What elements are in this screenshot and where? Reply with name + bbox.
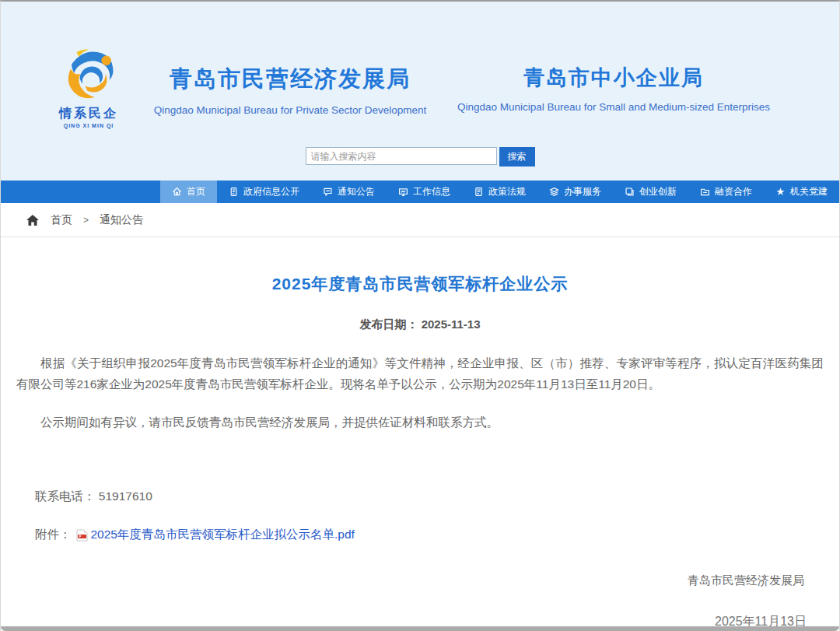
bureau-private-sector: 青岛市民营经济发展局 Qingdao Municipal Bureau for … bbox=[150, 64, 430, 116]
nav-item-label: 工作信息 bbox=[413, 185, 450, 198]
folder-icon bbox=[700, 187, 710, 197]
search-button[interactable]: 搜索 bbox=[499, 147, 535, 167]
search-input[interactable] bbox=[306, 147, 497, 165]
nav-item-label: 融资合作 bbox=[715, 185, 752, 198]
bureau-left-title: 青岛市民营经济发展局 bbox=[150, 64, 430, 95]
nav-item-7[interactable]: 创业创新 bbox=[613, 181, 688, 203]
monitor-icon bbox=[398, 187, 408, 197]
party-emblem-icon bbox=[775, 187, 786, 197]
signoff-organization: 青岛市民营经济发展局 bbox=[688, 573, 804, 588]
breadcrumb: 首页 > 通知公告 bbox=[1, 203, 839, 237]
article-paragraph: 根据《关于组织申报2025年度青岛市民营领军标杆企业的通知》等文件精神，经企业申… bbox=[16, 352, 824, 394]
policy-doc-icon bbox=[474, 187, 484, 197]
nav-item-label: 办事服务 bbox=[564, 185, 601, 198]
logo-cn-text: 情系民企 bbox=[46, 106, 131, 122]
home-icon bbox=[172, 187, 182, 197]
nav-item-label: 通知公告 bbox=[338, 185, 375, 198]
nav-list: 首页政府信息公开通知公告工作信息政策法规办事服务创业创新融资合作机关党建 bbox=[1, 181, 839, 203]
nav-item-8[interactable]: 融资合作 bbox=[688, 181, 764, 203]
bureau-row: 情系民企 QING XI MIN QI 青岛市民营经济发展局 Qingdao M… bbox=[1, 42, 839, 128]
nav-item-4[interactable]: 工作信息 bbox=[387, 181, 462, 203]
contact-label: 联系电话： bbox=[35, 489, 96, 503]
attachment-line: 附件： 2025年度青岛市民营领军标杆企业拟公示名单.pdf bbox=[16, 527, 824, 543]
site-logo: 情系民企 QING XI MIN QI bbox=[46, 44, 131, 128]
nav-item-1[interactable]: 首页 bbox=[160, 181, 217, 203]
nav-item-label: 创业创新 bbox=[639, 185, 677, 198]
pdf-file-icon bbox=[76, 529, 88, 542]
bureau-right-title: 青岛市中小企业局 bbox=[450, 64, 777, 92]
nav-item-9[interactable]: 机关党建 bbox=[764, 181, 839, 203]
layers-icon bbox=[549, 187, 559, 197]
nav-item-6[interactable]: 办事服务 bbox=[537, 181, 613, 203]
publish-date: 发布日期： 2025-11-13 bbox=[16, 317, 824, 332]
document-icon bbox=[229, 187, 239, 197]
site-header: 情系民企 QING XI MIN QI 青岛市民营经济发展局 Qingdao M… bbox=[1, 2, 839, 181]
contact-line: 联系电话： 51917610 bbox=[16, 489, 824, 505]
publish-date-value: 2025-11-13 bbox=[422, 317, 481, 331]
browser-page: 情系民企 QING XI MIN QI 青岛市民营经济发展局 Qingdao M… bbox=[0, 0, 840, 631]
bureau-left-subtitle: Qingdao Municipal Bureau for Private Sec… bbox=[150, 104, 430, 116]
nav-item-5[interactable]: 政策法规 bbox=[462, 181, 537, 203]
copy-icon bbox=[625, 187, 635, 197]
breadcrumb-separator: > bbox=[83, 215, 89, 226]
chat-bubble-icon bbox=[323, 187, 333, 197]
nav-item-label: 首页 bbox=[187, 185, 205, 198]
attachment-label: 附件： bbox=[35, 527, 72, 543]
bureau-sme: 青岛市中小企业局 Qingdao Municipal Bureau for Sm… bbox=[450, 64, 777, 113]
article-title: 2025年度青岛市民营领军标杆企业公示 bbox=[16, 273, 824, 295]
article-body: 2025年度青岛市民营领军标杆企业公示 发布日期： 2025-11-13 根据《… bbox=[1, 273, 839, 543]
bureau-right-subtitle: Qingdao Municipal Bureau for Small and M… bbox=[450, 101, 777, 113]
contact-phone-value: 51917610 bbox=[99, 489, 152, 503]
nav-item-label: 政策法规 bbox=[488, 185, 526, 198]
nav-item-2[interactable]: 政府信息公开 bbox=[217, 181, 311, 203]
attachment-pdf-link[interactable]: 2025年度青岛市民营领军标杆企业拟公示名单.pdf bbox=[91, 527, 355, 543]
nav-item-3[interactable]: 通知公告 bbox=[311, 181, 387, 203]
article-paragraph: 公示期间如有异议，请市民反馈青岛市民营经济发展局，并提供佐证材料和联系方式。 bbox=[16, 412, 824, 433]
breadcrumb-home-link[interactable]: 首页 bbox=[51, 213, 72, 227]
publish-date-label: 发布日期： bbox=[359, 317, 418, 331]
main-nav: 首页政府信息公开通知公告工作信息政策法规办事服务创业创新融资合作机关党建 bbox=[1, 181, 839, 203]
window-bottom-edge bbox=[1, 626, 839, 631]
home-icon[interactable] bbox=[26, 214, 40, 226]
logo-swirl-icon bbox=[57, 44, 121, 104]
search-bar: 搜索 bbox=[1, 147, 839, 167]
nav-item-label: 政府信息公开 bbox=[243, 185, 299, 198]
nav-item-label: 机关党建 bbox=[790, 185, 828, 198]
logo-en-text: QING XI MIN QI bbox=[46, 123, 131, 128]
breadcrumb-current[interactable]: 通知公告 bbox=[100, 213, 143, 227]
